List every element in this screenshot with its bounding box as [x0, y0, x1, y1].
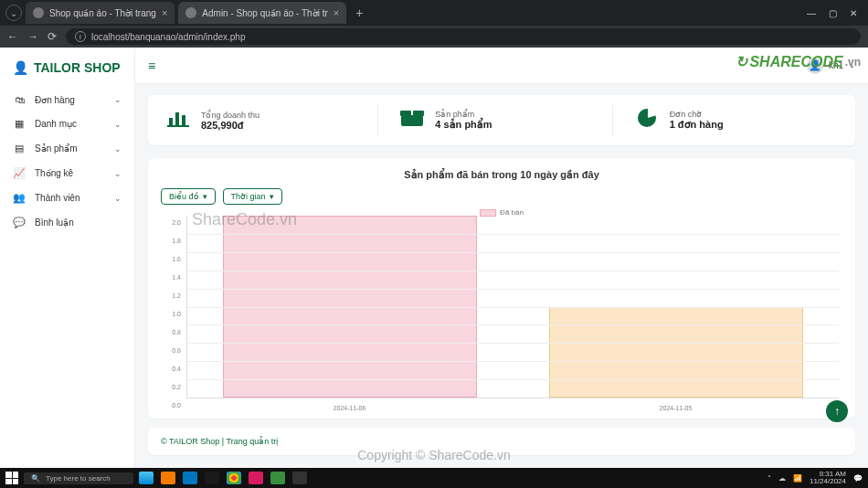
site-info-icon[interactable]: i [75, 31, 86, 42]
stat-title: Tổng doanh thu [201, 111, 259, 120]
page: 👤 TAILOR SHOP 🛍 Đơn hàng ⌄▦ Danh mục ⌄▤ … [0, 48, 868, 468]
taskbar-app-icon[interactable] [270, 472, 285, 484]
back-icon[interactable]: ← [7, 30, 18, 43]
close-window-icon[interactable]: ✕ [850, 8, 857, 18]
new-tab-button[interactable]: + [350, 5, 368, 20]
chart-type-dropdown[interactable]: Biểu đồ ▾ [161, 188, 216, 205]
windows-taskbar: 🔍 Type here to search ˄ ☁ 📶 8:31 AM 11/2… [0, 468, 868, 488]
start-button[interactable] [5, 472, 18, 484]
y-tick: 1.2 [172, 292, 181, 299]
tab-dropdown-icon[interactable]: ⌄ [5, 5, 22, 21]
tab-title: Admin - Shop quần áo - Thời tr [202, 8, 327, 18]
stat-value: 825,990đ [201, 120, 259, 131]
x-label: 2024-11-06 [186, 405, 513, 411]
nav-label: Thành viên [35, 193, 79, 203]
taskbar-app-icon[interactable] [292, 472, 307, 484]
close-icon[interactable]: × [162, 7, 167, 18]
browser-tab[interactable]: Admin - Shop quần áo - Thời tr × [178, 2, 346, 24]
chevron-down-icon: ⌄ [114, 194, 122, 203]
forward-icon[interactable]: → [27, 30, 38, 43]
stat-title: Đơn chờ [670, 110, 724, 119]
stat-card: Sản phẩm 4 sản phẩm [391, 104, 612, 136]
reload-icon[interactable]: ⟳ [48, 30, 57, 43]
wifi-icon[interactable]: 📶 [793, 474, 802, 483]
browser-addressbar: ← → ⟳ i localhost/banquanao/admin/index.… [0, 26, 868, 48]
chevron-down-icon: ⌄ [114, 120, 122, 129]
user-name: kh1 [829, 60, 843, 70]
minimize-icon[interactable]: — [807, 8, 816, 18]
y-tick: 0.2 [172, 384, 181, 390]
y-tick: 0.8 [172, 329, 181, 335]
search-icon: 🔍 [31, 474, 40, 483]
user-menu[interactable]: 👤 kh1 ⌄ [807, 58, 855, 74]
sidebar-item[interactable]: 📈 Thống kê ⌄ [0, 161, 134, 186]
url-text: localhost/banquanao/admin/index.php [91, 32, 245, 42]
maximize-icon[interactable]: ▢ [829, 8, 837, 18]
taskbar-search[interactable]: 🔍 Type here to search [24, 472, 133, 484]
taskbar-app-icon[interactable] [227, 472, 241, 484]
stat-value: 1 đơn hàng [670, 119, 724, 131]
cloud-icon[interactable]: ☁ [778, 474, 786, 483]
url-input[interactable]: i localhost/banquanao/admin/index.php [66, 28, 861, 45]
stat-icon [635, 108, 659, 133]
favicon-icon [185, 7, 196, 18]
browser-tab[interactable]: Shop quần áo - Thời trang × [26, 2, 175, 24]
sidebar-item[interactable]: 👥 Thành viên ⌄ [0, 186, 134, 210]
hamburger-icon[interactable]: ≡ [148, 58, 155, 73]
chart-bar[interactable] [549, 307, 803, 398]
x-label: 2024-11-05 [513, 405, 839, 411]
tab-title: Shop quần áo - Thời trang [49, 8, 156, 18]
sidebar-item[interactable]: ▦ Danh mục ⌄ [0, 111, 134, 136]
y-tick: 1.0 [172, 311, 181, 317]
stat-card: Đơn chờ 1 đơn hàng [626, 104, 846, 136]
tray-chevron-icon[interactable]: ˄ [767, 474, 771, 483]
sidebar-item[interactable]: 💬 Bình luận [0, 210, 134, 235]
scroll-top-button[interactable]: ↑ [826, 400, 848, 422]
svg-rect-0 [169, 118, 173, 125]
brand[interactable]: 👤 TAILOR SHOP [0, 60, 134, 88]
clock-date: 11/24/2024 [810, 478, 846, 485]
nav-icon: 💬 [13, 217, 26, 228]
sidebar-item[interactable]: 🛍 Đơn hàng ⌄ [0, 88, 134, 111]
browser-titlebar: ⌄ Shop quần áo - Thời trang × Admin - Sh… [0, 0, 868, 26]
chart-plot: Đã bán 0.00.20.40.60.81.01.21.41.61.82.0… [161, 210, 842, 411]
taskbar-app-icon[interactable] [139, 472, 153, 484]
brand-text: TAILOR SHOP [34, 60, 121, 75]
y-tick: 1.8 [172, 238, 181, 244]
sidebar-item[interactable]: ▤ Sản phẩm ⌄ [0, 136, 134, 161]
system-tray[interactable]: ˄ ☁ 📶 8:31 AM 11/24/2024 💬 [767, 471, 863, 486]
topbar: ≡ 👤 kh1 ⌄ [135, 48, 868, 84]
chevron-down-icon: ⌄ [114, 169, 122, 178]
taskbar-app-icon[interactable] [205, 472, 219, 484]
y-tick: 0.6 [172, 347, 181, 354]
svg-rect-2 [182, 115, 185, 125]
stat-icon [166, 109, 190, 132]
chevron-down-icon: ⌄ [849, 61, 855, 69]
y-tick: 0.4 [172, 366, 181, 372]
y-tick: 1.6 [172, 256, 181, 262]
stat-value: 4 sản phẩm [435, 119, 492, 131]
svg-rect-4 [401, 115, 423, 126]
y-tick: 0.0 [172, 402, 181, 408]
taskbar-app-icon[interactable] [183, 472, 197, 484]
chevron-down-icon: ⌄ [114, 95, 122, 104]
stat-card: Tổng doanh thu 825,990đ [157, 104, 378, 136]
chart-title: Sản phẩm đã bán trong 10 ngày gần đây [161, 169, 842, 181]
sidebar: 👤 TAILOR SHOP 🛍 Đơn hàng ⌄▦ Danh mục ⌄▤ … [0, 48, 135, 468]
footer: © TAILOR Shop | Trang quản trị [148, 428, 855, 455]
content: Tổng doanh thu 825,990đ Sản phẩm 4 sản p… [135, 84, 868, 466]
svg-rect-1 [175, 112, 179, 125]
stat-title: Sản phẩm [435, 110, 492, 119]
chart-time-dropdown[interactable]: Thời gian ▾ [223, 188, 282, 205]
nav-label: Đơn hàng [35, 95, 75, 105]
taskbar-app-icon[interactable] [161, 472, 175, 484]
nav-icon: 🛍 [13, 94, 26, 105]
close-icon[interactable]: × [333, 7, 339, 18]
taskbar-app-icon[interactable] [249, 472, 263, 484]
nav-label: Danh mục [35, 119, 77, 129]
nav-icon: 👥 [13, 192, 26, 204]
chart-card: Sản phẩm đã bán trong 10 ngày gần đây Bi… [148, 158, 855, 419]
stats-cards: Tổng doanh thu 825,990đ Sản phẩm 4 sản p… [148, 95, 855, 145]
nav-icon: 📈 [13, 167, 26, 179]
notifications-icon[interactable]: 💬 [853, 474, 863, 483]
